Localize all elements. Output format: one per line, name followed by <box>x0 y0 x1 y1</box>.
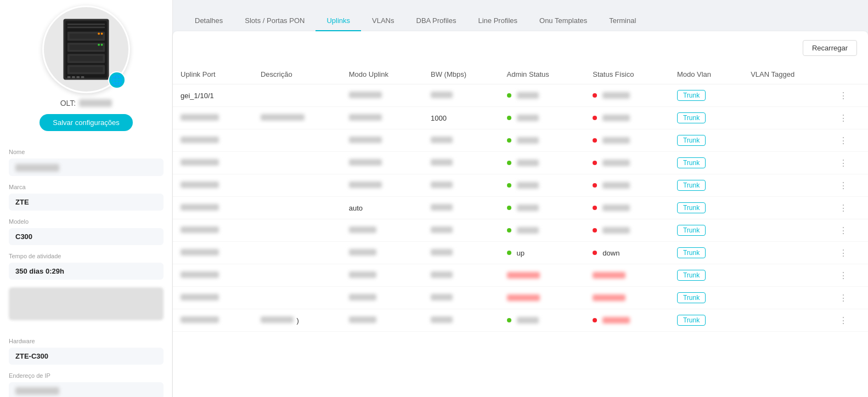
cell-vlan-mode: Trunk <box>669 287 743 309</box>
row-menu-icon[interactable]: ⋮ <box>839 226 848 235</box>
cell-descricao <box>253 242 341 264</box>
cell-vlan-mode: Trunk <box>669 152 743 174</box>
cell-bw <box>423 309 499 332</box>
svg-rect-17 <box>72 76 75 78</box>
cell-vlan-tagged <box>743 309 831 332</box>
uplinks-table: Uplink Port Descrição Modo Uplink BW (Mb… <box>173 65 868 332</box>
cell-vlan-tagged <box>743 264 831 287</box>
col-modo-vlan: Modo Vlan <box>669 65 743 84</box>
cell-descricao <box>253 174 341 197</box>
cell-port <box>173 287 253 309</box>
cell-descricao <box>253 264 341 287</box>
cell-bw <box>423 152 499 174</box>
cell-port <box>173 242 253 264</box>
tab-slots-portas-pon[interactable]: Slots / Portas PON <box>234 11 315 31</box>
row-menu-icon[interactable]: ⋮ <box>839 136 848 145</box>
cell-port <box>173 107 253 129</box>
row-menu-icon[interactable]: ⋮ <box>839 181 848 190</box>
cell-vlan-mode: Trunk <box>669 84 743 107</box>
svg-point-13 <box>101 33 103 35</box>
cell-menu[interactable]: ⋮ <box>831 264 868 287</box>
col-status-fisico: Status Físico <box>585 65 669 84</box>
cell-menu[interactable]: ⋮ <box>831 174 868 197</box>
cell-vlan-mode: Trunk <box>669 219 743 242</box>
cell-bw <box>423 197 499 219</box>
svg-rect-3 <box>67 26 105 28</box>
save-button[interactable]: Salvar configurações <box>40 114 132 131</box>
table-row: Trunk ⋮ <box>173 219 868 242</box>
content-card: Recarregar Uplink Port Descrição Modo Up… <box>173 31 868 397</box>
cell-menu[interactable]: ⋮ <box>831 107 868 129</box>
cell-vlan-mode: Trunk <box>669 197 743 219</box>
cell-descricao <box>253 152 341 174</box>
status-fisico-text: down <box>602 249 619 257</box>
cell-port <box>173 309 253 332</box>
cell-bw <box>423 129 499 152</box>
row-menu-icon[interactable]: ⋮ <box>839 316 848 325</box>
cell-descricao <box>253 107 341 129</box>
cell-vlan-tagged <box>743 219 831 242</box>
cell-descricao <box>253 219 341 242</box>
row-menu-icon[interactable]: ⋮ <box>839 271 848 280</box>
tab-detalhes[interactable]: Detalhes <box>184 11 234 31</box>
cell-menu[interactable]: ⋮ <box>831 242 868 264</box>
olt-prefix: OLT: <box>60 99 76 107</box>
tab-dba-profiles[interactable]: DBA Profiles <box>405 11 467 31</box>
cell-menu[interactable]: ⋮ <box>831 129 868 152</box>
olt-label: OLT: <box>60 99 112 107</box>
row-menu-icon[interactable]: ⋮ <box>839 158 848 168</box>
tempo-block: 350 dias 0:29h <box>9 263 164 280</box>
col-bw: BW (Mbps) <box>423 65 499 84</box>
main-content: Detalhes Slots / Portas PON Uplinks VLAN… <box>173 0 868 397</box>
cell-menu[interactable]: ⋮ <box>831 287 868 309</box>
cell-modo <box>341 309 423 332</box>
modelo-label: Modelo <box>9 218 164 225</box>
modelo-block: C300 <box>9 228 164 245</box>
cell-menu[interactable]: ⋮ <box>831 152 868 174</box>
cell-menu[interactable]: ⋮ <box>831 197 868 219</box>
table-row: Trunk ⋮ <box>173 174 868 197</box>
tab-uplinks[interactable]: Uplinks <box>315 11 361 31</box>
tab-onu-templates[interactable]: Onu Templates <box>528 11 598 31</box>
ip-block <box>9 382 164 397</box>
admin-status-text: up <box>517 249 525 257</box>
row-menu-icon[interactable]: ⋮ <box>839 248 848 258</box>
cell-status <box>585 309 669 332</box>
sidebar-info: Nome Marca ZTE Modelo C300 Tempo de ativ… <box>0 141 172 280</box>
svg-rect-2 <box>67 24 105 25</box>
tab-line-profiles[interactable]: Line Profiles <box>467 11 528 31</box>
sidebar-info-2: Hardware ZTE-C300 Endereço de IP <box>0 330 172 397</box>
nome-value <box>15 164 59 172</box>
row-menu-icon[interactable]: ⋮ <box>839 114 848 123</box>
tab-vlans[interactable]: VLANs <box>361 11 405 31</box>
cell-descricao <box>253 84 341 107</box>
olt-id <box>79 99 112 107</box>
row-menu-icon[interactable]: ⋮ <box>839 203 848 213</box>
cell-menu[interactable]: ⋮ <box>831 309 868 332</box>
cell-modo <box>341 287 423 309</box>
cell-status <box>585 107 669 129</box>
table-row: ) <box>173 309 868 332</box>
olt-device-svg <box>56 16 116 82</box>
svg-rect-9 <box>70 56 103 61</box>
svg-rect-7 <box>70 45 103 50</box>
cell-port <box>173 174 253 197</box>
sidebar-image-placeholder <box>9 287 164 320</box>
cell-admin <box>499 129 585 152</box>
cell-descricao <box>253 129 341 152</box>
col-vlan-tagged: VLAN Tagged <box>743 65 831 84</box>
cell-menu[interactable]: ⋮ <box>831 219 868 242</box>
cell-bw <box>423 219 499 242</box>
table-row: Trunk ⋮ <box>173 264 868 287</box>
table-row: Trunk ⋮ <box>173 152 868 174</box>
cell-vlan-mode: Trunk <box>669 242 743 264</box>
row-menu-icon[interactable]: ⋮ <box>839 293 848 303</box>
cell-status <box>585 264 669 287</box>
cell-menu[interactable]: ⋮ <box>831 84 868 107</box>
row-menu-icon[interactable]: ⋮ <box>839 91 848 100</box>
reload-button[interactable]: Recarregar <box>803 40 857 56</box>
tab-terminal[interactable]: Terminal <box>598 11 647 31</box>
tempo-label: Tempo de atividade <box>9 253 164 259</box>
cell-bw <box>423 84 499 107</box>
cell-status: down <box>585 242 669 264</box>
